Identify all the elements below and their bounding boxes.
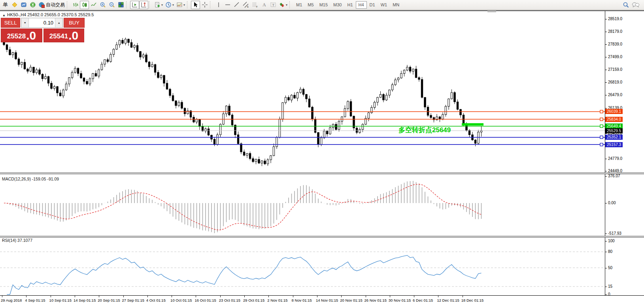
price-axis-tick-label: 27499.0 <box>608 55 622 59</box>
rsi-panel-chart[interactable] <box>0 238 605 295</box>
buy-button[interactable]: BUY <box>64 18 85 28</box>
chat-button[interactable] <box>631 1 641 9</box>
volume-decrease-button[interactable]: ▼ <box>21 18 29 27</box>
new-order-button[interactable]: 单 <box>1 1 10 9</box>
metaeditor-button[interactable] <box>10 1 19 9</box>
tf-m15-button[interactable]: M15 <box>317 1 330 9</box>
templates-button[interactable]: ▾ <box>175 1 186 9</box>
periods-button[interactable]: ▾ <box>164 1 175 9</box>
price-level-label[interactable]: 25834.0 <box>605 117 623 122</box>
vertical-line-button[interactable] <box>214 1 223 9</box>
zoom-out-button[interactable] <box>107 1 116 9</box>
tf-m1-button[interactable]: M1 <box>293 1 305 9</box>
tf-m5-button[interactable]: M5 <box>305 1 316 9</box>
main-price-chart[interactable] <box>0 11 605 173</box>
signals-button[interactable] <box>28 1 37 9</box>
price-axis-tick <box>605 57 607 57</box>
symbol-marker-icon: ▲ <box>2 13 6 17</box>
toolbar-separator <box>289 1 293 8</box>
volume-input[interactable] <box>29 18 55 27</box>
trendline-button[interactable] <box>232 1 241 9</box>
tf-d1-button[interactable]: D1 <box>367 1 378 9</box>
search-button[interactable] <box>621 1 631 9</box>
macd-signal-line <box>4 184 482 230</box>
time-axis-label: 20 Nov 01:15 <box>340 298 363 302</box>
tf-w1-button[interactable]: W1 <box>378 1 390 9</box>
rsi-axis-tick <box>605 241 607 241</box>
macd-label: MACD(12,26,9) -159.05 -91.09 <box>2 177 59 181</box>
rsi-label: RSI(14) 37.1077 <box>2 238 32 243</box>
time-axis-tick <box>26 296 26 297</box>
panel-splitter[interactable] <box>0 173 644 174</box>
zoom-out-icon <box>109 2 115 8</box>
time-axis-tick <box>75 296 75 297</box>
tile-windows-button[interactable] <box>116 1 125 9</box>
bar-chart-button[interactable] <box>71 1 80 9</box>
bar-chart-icon <box>72 2 79 8</box>
macd-panel-chart[interactable] <box>0 174 605 236</box>
channel-button[interactable]: E <box>241 1 250 9</box>
buy-price-display[interactable]: 25541 .0 <box>43 28 84 42</box>
price-axis-tick <box>605 44 607 45</box>
line-anchor-marker <box>600 118 603 121</box>
arrows-icon <box>279 2 285 8</box>
time-axis-tick <box>366 296 366 297</box>
price-axis-tick <box>605 171 607 171</box>
candlestick-chart-button[interactable] <box>80 1 89 9</box>
tf-m30-button[interactable]: M30 <box>330 1 344 9</box>
indicators-button[interactable]: ▾ <box>153 1 164 9</box>
label-button[interactable]: T <box>268 1 278 9</box>
panel-splitter[interactable] <box>0 236 644 238</box>
equidistant-channel-icon: E <box>243 2 249 8</box>
time-axis-tick <box>244 296 245 297</box>
svg-text:F: F <box>256 6 258 8</box>
autotrading-button[interactable]: 自动交易 <box>37 1 66 9</box>
horizontal-line-button[interactable] <box>223 1 232 9</box>
chart-shift-button[interactable] <box>139 1 148 9</box>
price-axis-tick <box>605 159 607 159</box>
autotrading-icon <box>38 2 45 8</box>
text-button[interactable]: A <box>259 1 268 9</box>
auto-scroll-button[interactable] <box>130 1 139 9</box>
time-axis-label: 6 Dec 01:15 <box>413 298 433 302</box>
time-axis-tick <box>341 296 342 297</box>
horizontal-scrollbar[interactable] <box>487 11 496 12</box>
price-level-label[interactable]: 25157.3 <box>605 142 623 147</box>
text-label-icon: T <box>270 2 276 8</box>
price-axis-tick <box>605 32 607 32</box>
sell-button[interactable]: SELL <box>1 18 20 28</box>
time-axis-tick <box>390 296 390 297</box>
crosshair-button[interactable] <box>200 1 209 9</box>
price-level-label[interactable]: 25352.1 <box>605 135 623 140</box>
tf-h4-button[interactable]: H4 <box>356 1 367 9</box>
options-button[interactable] <box>19 1 28 9</box>
fibonacci-button[interactable]: F <box>250 1 259 9</box>
price-level-label[interactable]: 25529.5 <box>605 128 623 133</box>
price-axis-tick <box>605 70 607 70</box>
price-axis-tick <box>605 108 607 108</box>
buy-price-main: 25541 <box>49 31 68 42</box>
time-axis[interactable]: 29 Aug 20184 Sep 01:1510 Sep 01:1514 Sep… <box>0 295 644 304</box>
tf-mn-button[interactable]: MN <box>390 1 402 9</box>
tf-h1-button[interactable]: H1 <box>344 1 355 9</box>
price-axis-tick-label: 28179.0 <box>608 29 622 34</box>
zoom-in-button[interactable] <box>98 1 107 9</box>
sell-price-main: 25528 <box>7 31 26 42</box>
cursor-button[interactable] <box>191 1 200 9</box>
candlestick-icon <box>81 2 88 8</box>
svg-text:A: A <box>263 2 266 8</box>
price-axis-tick <box>605 133 607 134</box>
sell-price-display[interactable]: 25528 .0 <box>1 28 42 42</box>
arrows-button[interactable]: ▾ <box>278 1 289 9</box>
time-axis-label: 29 Aug 2018 <box>1 298 22 302</box>
price-level-label[interactable]: 26039.1 <box>605 109 623 114</box>
price-axis-tick-label: 26479.0 <box>608 93 622 97</box>
rsi-axis-tick <box>605 268 607 268</box>
chart-annotation-text[interactable]: 多空转折点25649 <box>398 125 451 135</box>
time-axis-tick <box>220 296 221 297</box>
line-chart-button[interactable] <box>89 1 98 9</box>
volume-increase-button[interactable]: ▲ <box>55 18 62 27</box>
autotrading-label: 自动交易 <box>46 2 65 8</box>
macd-axis-tick <box>605 203 607 203</box>
time-axis-label: 18 Dec 01:15 <box>461 298 484 302</box>
